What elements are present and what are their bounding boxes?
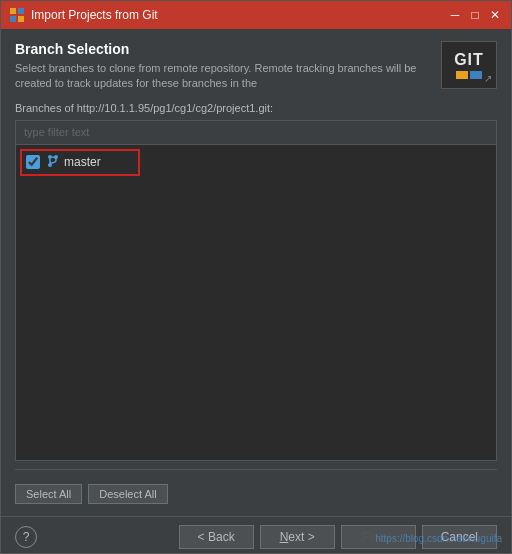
section-title: Branch Selection xyxy=(15,41,431,57)
branch-panel: master xyxy=(15,120,497,461)
branches-label: Branches of http://10.1.1.95/pg1/cg1/cg2… xyxy=(15,102,497,114)
window-title: Import Projects from Git xyxy=(31,8,447,22)
header-section: Branch Selection Select branches to clon… xyxy=(15,41,497,92)
git-logo-blocks xyxy=(456,71,482,79)
dialog-content: Branch Selection Select branches to clon… xyxy=(1,29,511,516)
svg-rect-3 xyxy=(18,16,24,22)
minimize-button[interactable]: ─ xyxy=(447,7,463,23)
header-text: Branch Selection Select branches to clon… xyxy=(15,41,431,92)
branch-checkbox-master[interactable] xyxy=(26,155,40,169)
divider-1 xyxy=(15,469,497,470)
maximize-button[interactable]: □ xyxy=(467,7,483,23)
svg-rect-2 xyxy=(10,16,16,22)
next-button[interactable]: Next > xyxy=(260,525,335,549)
next-label: Next > xyxy=(280,530,315,544)
branch-list: master xyxy=(16,145,496,460)
svg-rect-1 xyxy=(18,8,24,14)
window-icon xyxy=(9,7,25,23)
watermark: https://blog.csdn.net/wuguifa xyxy=(375,533,502,544)
branch-item-master: master xyxy=(20,149,140,176)
close-button[interactable]: ✕ xyxy=(487,7,503,23)
section-description: Select branches to clone from remote rep… xyxy=(15,61,431,92)
git-block-orange xyxy=(456,71,468,79)
select-all-button[interactable]: Select All xyxy=(15,484,82,504)
git-logo-text: GIT xyxy=(454,51,484,69)
import-projects-dialog: Import Projects from Git ─ □ ✕ Branch Se… xyxy=(0,0,512,554)
deselect-all-button[interactable]: Deselect All xyxy=(88,484,167,504)
title-bar: Import Projects from Git ─ □ ✕ xyxy=(1,1,511,29)
filter-input[interactable] xyxy=(16,121,496,145)
git-arrow-icon: ↗ xyxy=(484,73,492,84)
branch-icon xyxy=(46,154,60,171)
back-button[interactable]: < Back xyxy=(179,525,254,549)
svg-rect-0 xyxy=(10,8,16,14)
git-logo: GIT ↗ xyxy=(441,41,497,89)
select-buttons-group: Select All Deselect All xyxy=(15,484,497,504)
window-controls: ─ □ ✕ xyxy=(447,7,503,23)
help-button[interactable]: ? xyxy=(15,526,37,548)
svg-point-4 xyxy=(48,155,52,159)
branch-name-master: master xyxy=(64,155,101,169)
git-block-blue xyxy=(470,71,482,79)
